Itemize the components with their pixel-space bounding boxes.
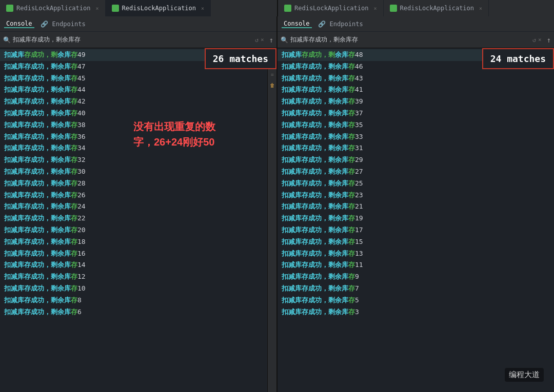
left-log-line: 扣减库存成功，剩余库存40	[0, 108, 267, 119]
right-panel: Console 🔗 Endpoints 🔍 ↺ × ↑ 24 matches 扣…	[278, 16, 554, 392]
right-log-line: 扣减库存成功，剩余库存37	[278, 108, 554, 119]
right-toolbar: Console 🔗 Endpoints	[278, 16, 554, 32]
tab-label-3: RedisLockApplication	[294, 5, 369, 12]
right-log-line: 扣减库存成功，剩余库存23	[278, 190, 554, 201]
tab-label-1: RedisLockApplication	[16, 5, 91, 12]
right-console-tab[interactable]: Console	[282, 20, 312, 28]
left-log-line: 扣减库存成功，剩余库存14	[0, 259, 267, 271]
left-search-bar: 🔍 ↺ × ↑	[0, 32, 276, 48]
right-log-line: 扣减库存成功，剩余库存3	[278, 306, 554, 318]
right-search-input[interactable]	[290, 36, 530, 44]
search-icon-right: 🔍	[281, 36, 288, 44]
left-scroll-panel: ▲ ≡ ≡ 🗑	[267, 48, 276, 392]
tab-left-1[interactable]: RedisLockApplication ×	[0, 0, 106, 16]
scroll-icon-4: 🗑	[270, 82, 275, 88]
search-icon-left: 🔍	[3, 36, 11, 44]
left-log-line: 扣减库存成功，剩余库存28	[0, 178, 267, 190]
left-log-line: 扣减库存成功，剩余库存6	[0, 306, 267, 318]
left-log-line: 扣减库存成功，剩余库存18	[0, 236, 267, 248]
endpoints-icon-right: 🔗	[318, 20, 326, 28]
right-log-line: 扣减库存成功，剩余库存27	[278, 166, 554, 178]
right-log-line: 扣减库存成功，剩余库存43	[278, 73, 554, 85]
left-log-line: 扣减库存成功，剩余库存22	[0, 213, 267, 224]
left-log-line: 扣减库存成功，剩余库存32	[0, 154, 267, 166]
left-log-line: 扣减库存成功，剩余库存10	[0, 283, 267, 295]
left-toolbar: Console 🔗 Endpoints	[0, 16, 276, 32]
right-log-line: 扣减库存成功，剩余库存41	[278, 84, 554, 96]
tab-close-1[interactable]: ×	[96, 6, 99, 11]
left-log-line: 扣减库存成功，剩余库存20	[0, 224, 267, 236]
search-clear-right[interactable]: ↺	[532, 36, 536, 44]
tab-icon-4	[390, 5, 397, 12]
right-log-line: 扣减库存成功，剩余库存5	[278, 295, 554, 306]
tab-label-4: RedisLockApplication	[400, 5, 474, 12]
scroll-icon-3: ≡	[270, 72, 273, 77]
left-log-line: 扣减库存成功，剩余库存12	[0, 271, 267, 283]
left-log-line: 扣减库存成功，剩余库存34	[0, 142, 267, 154]
right-log-line: 扣减库存成功，剩余库存7	[278, 283, 554, 295]
right-log-line: 扣减库存成功，剩余库存19	[278, 213, 554, 224]
tab-right-2[interactable]: RedisLockApplication ×	[384, 0, 489, 16]
left-log-line: 扣减库存成功，剩余库存8	[0, 295, 267, 306]
tab-label-2: RedisLockApplication	[122, 5, 196, 12]
tab-right-1[interactable]: RedisLockApplication ×	[278, 0, 384, 16]
right-log-line: 扣减库存成功，剩余库存21	[278, 201, 554, 213]
tab-close-4[interactable]: ×	[479, 6, 482, 11]
tab-icon-3	[284, 5, 291, 12]
left-search-input[interactable]	[13, 36, 253, 44]
right-search-bar: 🔍 ↺ × ↑	[278, 32, 554, 48]
search-close-right[interactable]: ×	[538, 36, 542, 43]
tab-left-2[interactable]: RedisLockApplication ×	[106, 0, 211, 16]
right-endpoints-tab[interactable]: 🔗 Endpoints	[318, 20, 365, 28]
left-log-line: 扣减库存成功，剩余库存42	[0, 96, 267, 108]
left-log-line: 扣减库存成功，剩余库存26	[0, 190, 267, 201]
tab-close-3[interactable]: ×	[374, 6, 377, 11]
tab-icon-1	[6, 5, 13, 12]
right-log-line: 扣减库存成功，剩余库存29	[278, 154, 554, 166]
search-up-left[interactable]: ↑	[269, 36, 273, 44]
left-panel: Console 🔗 Endpoints 🔍 ↺ × ↑ 26 matches 扣…	[0, 16, 278, 392]
tab-close-2[interactable]: ×	[201, 6, 204, 11]
left-matches-badge: 26 matches	[205, 48, 276, 69]
right-log-line: 扣减库存成功，剩余库存35	[278, 119, 554, 131]
left-log-line: 扣减库存成功，剩余库存30	[0, 166, 267, 178]
right-log-line: 扣减库存成功，剩余库存25	[278, 178, 554, 190]
right-log-line: 扣减库存成功，剩余库存15	[278, 236, 554, 248]
right-matches-badge: 24 matches	[482, 48, 554, 69]
tab-icon-2	[112, 5, 119, 12]
search-clear-left[interactable]: ↺	[255, 36, 259, 44]
endpoints-icon-left: 🔗	[41, 20, 48, 28]
search-up-right[interactable]: ↑	[547, 36, 551, 44]
left-log-line: 扣减库存成功，剩余库存44	[0, 84, 267, 96]
right-log-line: 扣减库存成功，剩余库存39	[278, 96, 554, 108]
left-endpoints-tab[interactable]: 🔗 Endpoints	[41, 20, 88, 28]
left-log-line: 扣减库存成功，剩余库存36	[0, 131, 267, 143]
right-console-output[interactable]: 扣减库存成功，剩余库存48扣减库存成功，剩余库存46扣减库存成功，剩余库存43扣…	[278, 48, 554, 392]
left-console-output[interactable]: 扣减库存成功，剩余库存49扣减库存成功，剩余库存47扣减库存成功，剩余库存45扣…	[0, 48, 267, 392]
left-log-line: 扣减库存成功，剩余库存45	[0, 73, 267, 85]
right-log-line: 扣减库存成功，剩余库存17	[278, 224, 554, 236]
left-log-line: 扣减库存成功，剩余库存24	[0, 201, 267, 213]
search-close-left[interactable]: ×	[261, 36, 264, 43]
right-console-content: 扣减库存成功，剩余库存48扣减库存成功，剩余库存46扣减库存成功，剩余库存43扣…	[278, 48, 554, 392]
left-console-tab[interactable]: Console	[4, 20, 34, 28]
right-log-line: 扣减库存成功，剩余库存33	[278, 131, 554, 143]
left-log-line: 扣减库存成功，剩余库存16	[0, 248, 267, 260]
left-console-content: 扣减库存成功，剩余库存49扣减库存成功，剩余库存47扣减库存成功，剩余库存45扣…	[0, 48, 276, 392]
left-log-line: 扣减库存成功，剩余库存38	[0, 119, 267, 131]
right-log-line: 扣减库存成功，剩余库存13	[278, 248, 554, 260]
right-log-line: 扣减库存成功，剩余库存11	[278, 259, 554, 271]
right-log-line: 扣减库存成功，剩余库存31	[278, 142, 554, 154]
right-log-line: 扣减库存成功，剩余库存9	[278, 271, 554, 283]
